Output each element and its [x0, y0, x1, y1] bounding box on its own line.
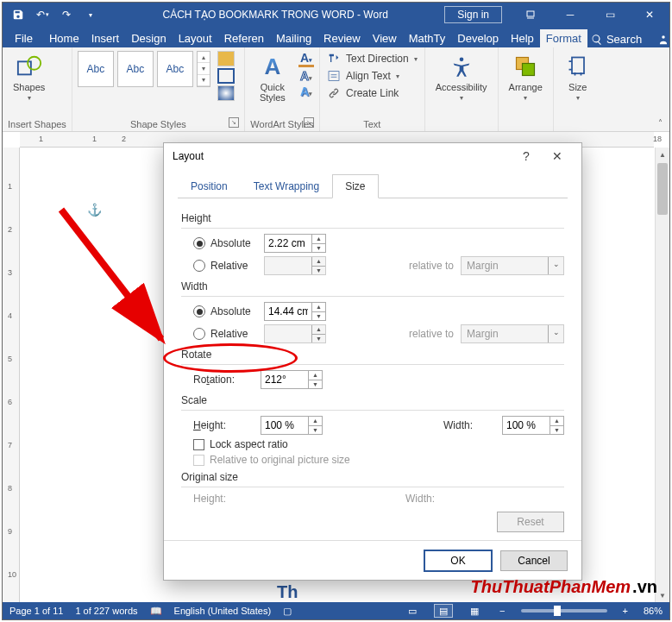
dialog-help-icon[interactable]: ?	[511, 149, 542, 163]
dialog-footer: OK Cancel	[164, 540, 581, 580]
tab-help[interactable]: Help	[505, 29, 540, 47]
tab-design[interactable]: Design	[125, 29, 172, 47]
share-button[interactable]: Share	[654, 31, 672, 47]
tab-layout[interactable]: Layout	[173, 29, 218, 47]
cancel-button[interactable]: Cancel	[500, 550, 568, 571]
checkbox-lock-aspect[interactable]: Lock aspect ratio	[193, 438, 288, 450]
shape-style-gallery[interactable]: Abc Abc Abc ▴▾▾	[78, 51, 210, 87]
status-page[interactable]: Page 1 of 11	[9, 606, 63, 616]
vertical-ruler[interactable]: 1 2 3 4 5 6 7 8 9 10	[3, 148, 20, 602]
tab-mathtype[interactable]: MathTy	[403, 29, 452, 47]
dialog-tab-text-wrapping[interactable]: Text Wrapping	[241, 174, 332, 198]
rotation-input[interactable]: ▲▼	[261, 370, 323, 389]
radio-width-relative[interactable]: Relative	[193, 328, 257, 340]
tab-format[interactable]: Format	[540, 29, 587, 47]
status-words[interactable]: 1 of 227 words	[75, 606, 137, 616]
dialog-close-icon[interactable]: ✕	[542, 149, 573, 163]
group-size: Size▾	[554, 47, 602, 131]
gallery-more[interactable]: ▴▾▾	[197, 51, 210, 87]
tell-me-search[interactable]: Search	[587, 31, 645, 47]
vertical-scrollbar[interactable]: ▲ ▼	[655, 148, 669, 602]
text-fill-icon[interactable]: A▾	[298, 51, 314, 67]
view-read-mode-icon[interactable]: ▭	[403, 604, 422, 618]
tab-home[interactable]: Home	[43, 29, 85, 47]
radio-width-absolute[interactable]: Absolute	[193, 305, 257, 317]
save-icon[interactable]	[8, 4, 28, 25]
dialog-launcher-icon[interactable]: ↘	[229, 117, 239, 128]
text-effects-icon[interactable]: A▾	[298, 85, 314, 98]
signin-button[interactable]: Sign in	[444, 6, 502, 23]
tab-mailings[interactable]: Mailing	[270, 29, 317, 47]
height-absolute-input[interactable]: ▲▼	[264, 234, 326, 253]
view-print-layout-icon[interactable]: ▤	[434, 604, 453, 618]
maximize-icon[interactable]: ▭	[590, 3, 630, 27]
quick-styles-button[interactable]: A Quick Styles	[250, 51, 295, 104]
group-insert-shapes: Shapes ▾ Insert Shapes	[3, 47, 72, 131]
redo-icon[interactable]: ↷	[56, 4, 77, 25]
close-icon[interactable]: ✕	[630, 3, 669, 27]
zoom-slider[interactable]	[521, 609, 607, 613]
chevron-down-icon: ▾	[28, 94, 31, 102]
group-arrange: Arrange▾	[499, 47, 554, 131]
scroll-thumb[interactable]	[657, 163, 668, 215]
shape-fill-icon[interactable]	[217, 51, 235, 66]
style-item[interactable]: Abc	[117, 51, 154, 87]
group-label-wordart: WordArt Styles↘	[250, 117, 314, 129]
ok-button[interactable]: OK	[424, 550, 492, 571]
dialog-launcher-icon[interactable]: ↘	[304, 117, 314, 128]
ribbon-options-icon[interactable]	[511, 3, 550, 27]
layout-dialog: Layout ? ✕ Position Text Wrapping Size H…	[163, 142, 582, 581]
section-height: Height	[181, 212, 564, 224]
dialog-tab-position[interactable]: Position	[178, 174, 241, 198]
radio-height-absolute[interactable]: Absolute	[193, 237, 257, 249]
shapes-button[interactable]: Shapes ▾	[8, 51, 50, 104]
qat-customize-icon[interactable]: ▾	[80, 4, 101, 25]
create-link-button[interactable]: Create Link	[325, 85, 419, 101]
accessibility-button[interactable]: Accessibility▾	[430, 51, 493, 104]
radio-height-relative[interactable]: Relative	[193, 260, 257, 272]
zoom-in-icon[interactable]: +	[619, 606, 631, 616]
scroll-down-icon[interactable]: ▼	[656, 588, 669, 602]
svg-point-1	[662, 35, 665, 39]
tab-developer[interactable]: Develop	[451, 29, 505, 47]
status-macro-icon[interactable]: ▢	[283, 606, 292, 617]
text-outline-icon[interactable]: A▾	[298, 69, 314, 83]
section-rotate: Rotate	[181, 349, 564, 361]
size-button[interactable]: Size▾	[559, 51, 597, 104]
scroll-up-icon[interactable]: ▲	[656, 148, 669, 161]
style-item[interactable]: Abc	[78, 51, 114, 87]
dialog-title: Layout	[173, 150, 511, 162]
align-text-label: Align Text	[346, 70, 391, 82]
dialog-tabs: Position Text Wrapping Size	[178, 174, 568, 198]
tab-insert[interactable]: Insert	[85, 29, 126, 47]
zoom-out-icon[interactable]: −	[496, 606, 508, 616]
section-scale: Scale	[181, 394, 564, 406]
text-direction-button[interactable]: Text Direction ▾	[325, 51, 419, 66]
shape-effects-icon[interactable]	[217, 85, 235, 101]
dialog-tab-size[interactable]: Size	[332, 174, 378, 198]
window-title: CÁCH TẠO BOOKMARK TRONG WORD - Word	[106, 9, 444, 21]
dialog-titlebar[interactable]: Layout ? ✕	[164, 143, 581, 169]
undo-icon[interactable]: ↶▾	[32, 4, 53, 25]
svg-point-3	[28, 57, 41, 70]
tab-references[interactable]: Referen	[218, 29, 270, 47]
tab-file[interactable]: File	[4, 29, 43, 47]
group-accessibility: Accessibility▾	[425, 47, 499, 131]
width-absolute-input[interactable]: ▲▼	[264, 302, 326, 321]
view-web-layout-icon[interactable]: ▦	[465, 604, 484, 618]
svg-rect-8	[572, 58, 584, 74]
scale-height-input[interactable]: ▲▼	[261, 416, 323, 435]
zoom-percent[interactable]: 86%	[644, 606, 663, 616]
style-item[interactable]: Abc	[157, 51, 193, 87]
minimize-icon[interactable]: ─	[550, 3, 590, 27]
status-language[interactable]: English (United States)	[174, 606, 272, 616]
tab-view[interactable]: View	[367, 29, 403, 47]
arrange-button[interactable]: Arrange▾	[504, 51, 548, 104]
status-proofing-icon[interactable]: 📖	[150, 606, 162, 617]
scale-width-input[interactable]: ▲▼	[502, 416, 564, 435]
collapse-ribbon-icon[interactable]: ˄	[658, 118, 663, 128]
quick-access-toolbar: ↶▾ ↷ ▾	[3, 4, 106, 25]
tab-review[interactable]: Review	[317, 29, 367, 47]
shape-outline-icon[interactable]	[217, 68, 235, 84]
align-text-button[interactable]: Align Text ▾	[325, 68, 419, 84]
